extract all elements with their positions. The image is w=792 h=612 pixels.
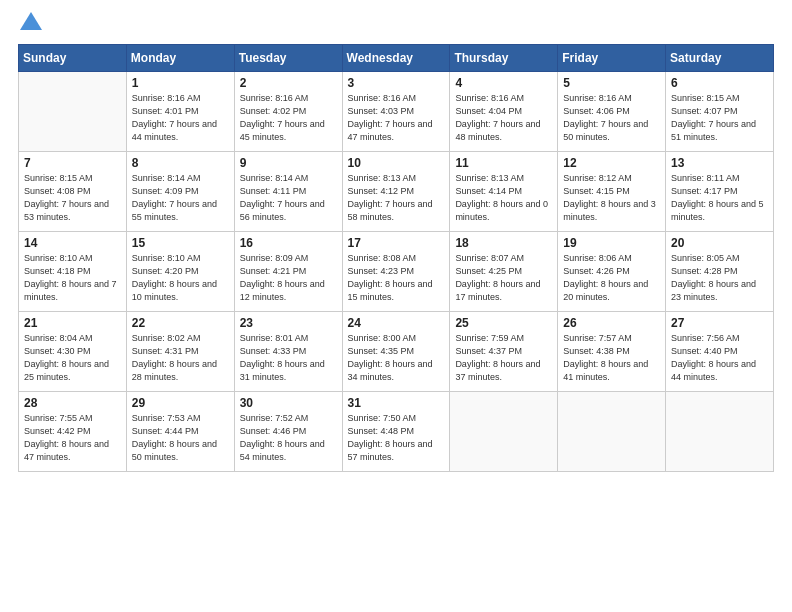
day-number: 6: [671, 76, 768, 90]
day-cell: 25Sunrise: 7:59 AMSunset: 4:37 PMDayligh…: [450, 312, 558, 392]
day-cell: 29Sunrise: 7:53 AMSunset: 4:44 PMDayligh…: [126, 392, 234, 472]
weekday-header-thursday: Thursday: [450, 45, 558, 72]
day-info: Sunrise: 8:05 AMSunset: 4:28 PMDaylight:…: [671, 252, 768, 304]
day-number: 7: [24, 156, 121, 170]
day-info: Sunrise: 8:02 AMSunset: 4:31 PMDaylight:…: [132, 332, 229, 384]
week-row-2: 7Sunrise: 8:15 AMSunset: 4:08 PMDaylight…: [19, 152, 774, 232]
day-info: Sunrise: 8:07 AMSunset: 4:25 PMDaylight:…: [455, 252, 552, 304]
day-cell: 7Sunrise: 8:15 AMSunset: 4:08 PMDaylight…: [19, 152, 127, 232]
weekday-header-saturday: Saturday: [666, 45, 774, 72]
day-number: 31: [348, 396, 445, 410]
day-cell: 27Sunrise: 7:56 AMSunset: 4:40 PMDayligh…: [666, 312, 774, 392]
day-number: 21: [24, 316, 121, 330]
day-cell: [450, 392, 558, 472]
day-info: Sunrise: 8:04 AMSunset: 4:30 PMDaylight:…: [24, 332, 121, 384]
calendar-table: SundayMondayTuesdayWednesdayThursdayFrid…: [18, 44, 774, 472]
day-number: 11: [455, 156, 552, 170]
day-number: 17: [348, 236, 445, 250]
day-cell: 24Sunrise: 8:00 AMSunset: 4:35 PMDayligh…: [342, 312, 450, 392]
svg-marker-0: [20, 12, 42, 30]
day-info: Sunrise: 8:12 AMSunset: 4:15 PMDaylight:…: [563, 172, 660, 224]
day-cell: [666, 392, 774, 472]
day-info: Sunrise: 8:10 AMSunset: 4:18 PMDaylight:…: [24, 252, 121, 304]
day-info: Sunrise: 7:57 AMSunset: 4:38 PMDaylight:…: [563, 332, 660, 384]
day-cell: 19Sunrise: 8:06 AMSunset: 4:26 PMDayligh…: [558, 232, 666, 312]
day-cell: 12Sunrise: 8:12 AMSunset: 4:15 PMDayligh…: [558, 152, 666, 232]
day-cell: 28Sunrise: 7:55 AMSunset: 4:42 PMDayligh…: [19, 392, 127, 472]
day-info: Sunrise: 8:13 AMSunset: 4:12 PMDaylight:…: [348, 172, 445, 224]
day-info: Sunrise: 7:56 AMSunset: 4:40 PMDaylight:…: [671, 332, 768, 384]
day-number: 10: [348, 156, 445, 170]
day-info: Sunrise: 8:10 AMSunset: 4:20 PMDaylight:…: [132, 252, 229, 304]
day-info: Sunrise: 7:53 AMSunset: 4:44 PMDaylight:…: [132, 412, 229, 464]
day-number: 29: [132, 396, 229, 410]
day-info: Sunrise: 8:11 AMSunset: 4:17 PMDaylight:…: [671, 172, 768, 224]
day-number: 1: [132, 76, 229, 90]
day-info: Sunrise: 8:16 AMSunset: 4:04 PMDaylight:…: [455, 92, 552, 144]
logo: [18, 18, 42, 34]
day-number: 20: [671, 236, 768, 250]
day-cell: 8Sunrise: 8:14 AMSunset: 4:09 PMDaylight…: [126, 152, 234, 232]
header: [18, 18, 774, 34]
day-number: 2: [240, 76, 337, 90]
week-row-5: 28Sunrise: 7:55 AMSunset: 4:42 PMDayligh…: [19, 392, 774, 472]
day-number: 3: [348, 76, 445, 90]
day-info: Sunrise: 8:14 AMSunset: 4:11 PMDaylight:…: [240, 172, 337, 224]
day-cell: 30Sunrise: 7:52 AMSunset: 4:46 PMDayligh…: [234, 392, 342, 472]
day-info: Sunrise: 7:55 AMSunset: 4:42 PMDaylight:…: [24, 412, 121, 464]
day-cell: [558, 392, 666, 472]
day-info: Sunrise: 7:50 AMSunset: 4:48 PMDaylight:…: [348, 412, 445, 464]
weekday-header-tuesday: Tuesday: [234, 45, 342, 72]
day-cell: 6Sunrise: 8:15 AMSunset: 4:07 PMDaylight…: [666, 72, 774, 152]
day-info: Sunrise: 8:00 AMSunset: 4:35 PMDaylight:…: [348, 332, 445, 384]
day-info: Sunrise: 8:14 AMSunset: 4:09 PMDaylight:…: [132, 172, 229, 224]
day-number: 14: [24, 236, 121, 250]
day-cell: 21Sunrise: 8:04 AMSunset: 4:30 PMDayligh…: [19, 312, 127, 392]
day-number: 26: [563, 316, 660, 330]
day-info: Sunrise: 8:16 AMSunset: 4:03 PMDaylight:…: [348, 92, 445, 144]
weekday-header-friday: Friday: [558, 45, 666, 72]
day-info: Sunrise: 7:52 AMSunset: 4:46 PMDaylight:…: [240, 412, 337, 464]
day-number: 23: [240, 316, 337, 330]
day-number: 12: [563, 156, 660, 170]
day-cell: 1Sunrise: 8:16 AMSunset: 4:01 PMDaylight…: [126, 72, 234, 152]
day-cell: 18Sunrise: 8:07 AMSunset: 4:25 PMDayligh…: [450, 232, 558, 312]
weekday-header-sunday: Sunday: [19, 45, 127, 72]
day-info: Sunrise: 8:06 AMSunset: 4:26 PMDaylight:…: [563, 252, 660, 304]
day-info: Sunrise: 8:15 AMSunset: 4:07 PMDaylight:…: [671, 92, 768, 144]
week-row-4: 21Sunrise: 8:04 AMSunset: 4:30 PMDayligh…: [19, 312, 774, 392]
calendar-page: SundayMondayTuesdayWednesdayThursdayFrid…: [0, 0, 792, 612]
day-info: Sunrise: 8:13 AMSunset: 4:14 PMDaylight:…: [455, 172, 552, 224]
day-cell: 9Sunrise: 8:14 AMSunset: 4:11 PMDaylight…: [234, 152, 342, 232]
day-cell: 22Sunrise: 8:02 AMSunset: 4:31 PMDayligh…: [126, 312, 234, 392]
day-number: 30: [240, 396, 337, 410]
week-row-1: 1Sunrise: 8:16 AMSunset: 4:01 PMDaylight…: [19, 72, 774, 152]
day-number: 13: [671, 156, 768, 170]
day-cell: 13Sunrise: 8:11 AMSunset: 4:17 PMDayligh…: [666, 152, 774, 232]
day-number: 28: [24, 396, 121, 410]
day-cell: 26Sunrise: 7:57 AMSunset: 4:38 PMDayligh…: [558, 312, 666, 392]
weekday-header-row: SundayMondayTuesdayWednesdayThursdayFrid…: [19, 45, 774, 72]
weekday-header-wednesday: Wednesday: [342, 45, 450, 72]
day-number: 24: [348, 316, 445, 330]
day-info: Sunrise: 8:16 AMSunset: 4:06 PMDaylight:…: [563, 92, 660, 144]
day-info: Sunrise: 8:09 AMSunset: 4:21 PMDaylight:…: [240, 252, 337, 304]
day-number: 27: [671, 316, 768, 330]
week-row-3: 14Sunrise: 8:10 AMSunset: 4:18 PMDayligh…: [19, 232, 774, 312]
day-cell: 16Sunrise: 8:09 AMSunset: 4:21 PMDayligh…: [234, 232, 342, 312]
day-cell: 14Sunrise: 8:10 AMSunset: 4:18 PMDayligh…: [19, 232, 127, 312]
day-number: 15: [132, 236, 229, 250]
day-number: 22: [132, 316, 229, 330]
day-number: 18: [455, 236, 552, 250]
day-info: Sunrise: 7:59 AMSunset: 4:37 PMDaylight:…: [455, 332, 552, 384]
day-number: 19: [563, 236, 660, 250]
day-number: 4: [455, 76, 552, 90]
day-cell: 10Sunrise: 8:13 AMSunset: 4:12 PMDayligh…: [342, 152, 450, 232]
day-number: 25: [455, 316, 552, 330]
day-cell: 11Sunrise: 8:13 AMSunset: 4:14 PMDayligh…: [450, 152, 558, 232]
day-info: Sunrise: 8:16 AMSunset: 4:01 PMDaylight:…: [132, 92, 229, 144]
day-number: 9: [240, 156, 337, 170]
day-cell: 17Sunrise: 8:08 AMSunset: 4:23 PMDayligh…: [342, 232, 450, 312]
day-cell: 4Sunrise: 8:16 AMSunset: 4:04 PMDaylight…: [450, 72, 558, 152]
day-cell: 31Sunrise: 7:50 AMSunset: 4:48 PMDayligh…: [342, 392, 450, 472]
